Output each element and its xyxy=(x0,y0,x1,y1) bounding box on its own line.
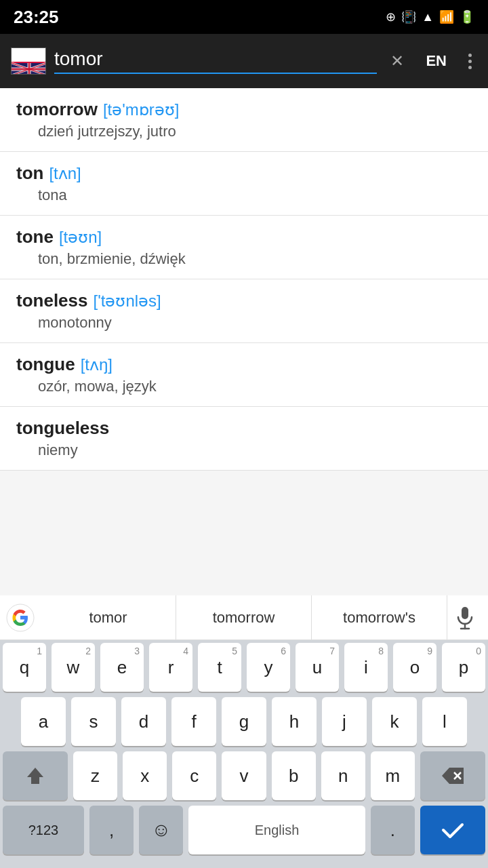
shift-key[interactable] xyxy=(3,751,68,800)
space-key[interactable]: English xyxy=(188,806,365,854)
key-row-2: asdfghjkl xyxy=(3,697,485,746)
key-number: 6 xyxy=(281,646,286,656)
result-phonetic: [tʌn] xyxy=(49,164,81,182)
more-dot xyxy=(468,66,472,69)
result-translation: tona xyxy=(16,186,472,204)
more-options-button[interactable] xyxy=(463,48,477,75)
result-translation: ton, brzmienie, dźwięk xyxy=(16,250,472,268)
status-bar: 23:25 ⊕ 📳 ▲ 📶 🔋 xyxy=(0,0,488,34)
status-time: 23:25 xyxy=(14,7,59,28)
key-j[interactable]: j xyxy=(322,697,367,746)
language-flag[interactable] xyxy=(11,47,46,75)
result-item[interactable]: ton[tʌn]tona xyxy=(0,152,488,216)
result-word: ton xyxy=(16,163,43,183)
key-row-3: zxcvbnm xyxy=(3,751,485,800)
key-i[interactable]: 8i xyxy=(344,643,388,692)
key-n[interactable]: n xyxy=(321,751,365,800)
shift-icon xyxy=(24,765,46,787)
bottom-bar xyxy=(0,860,488,868)
key-y[interactable]: 6y xyxy=(247,643,290,692)
key-a[interactable]: a xyxy=(21,697,66,746)
result-translation: niemy xyxy=(16,441,472,459)
numbers-key[interactable]: ?123 xyxy=(3,806,84,854)
emoji-icon: ☺ xyxy=(151,819,171,841)
alarm-icon: ⊕ xyxy=(386,9,396,24)
battery-icon: 🔋 xyxy=(460,9,474,24)
result-item[interactable]: toneless['təʊnləs]monotonny xyxy=(0,279,488,343)
toolbar: ✕ EN xyxy=(0,34,488,88)
search-input[interactable] xyxy=(54,48,377,70)
key-t[interactable]: 5t xyxy=(198,643,241,692)
key-o[interactable]: 9o xyxy=(393,643,436,692)
key-r[interactable]: 4r xyxy=(149,643,192,692)
result-item[interactable]: tomorrow[tə'mɒrəʊ]dzień jutrzejszy, jutr… xyxy=(0,88,488,152)
result-word: tongue xyxy=(16,354,75,374)
result-word: tone xyxy=(16,226,54,247)
key-l[interactable]: l xyxy=(422,697,467,746)
key-u[interactable]: 7u xyxy=(296,643,339,692)
result-word: tomorrow xyxy=(16,99,98,119)
enter-key[interactable] xyxy=(420,806,485,854)
result-item[interactable]: tonguelessniemy xyxy=(0,407,488,471)
more-dot xyxy=(468,54,472,57)
backspace-icon xyxy=(441,766,465,785)
key-v[interactable]: v xyxy=(222,751,266,800)
key-s[interactable]: s xyxy=(71,697,116,746)
key-z[interactable]: z xyxy=(73,751,117,800)
wifi-icon: ▲ xyxy=(422,10,434,24)
emoji-key[interactable]: ☺ xyxy=(139,806,183,854)
key-number: 8 xyxy=(378,646,384,656)
key-d[interactable]: d xyxy=(121,697,166,746)
vibrate-icon: 📳 xyxy=(401,9,416,24)
suggestions-row: tomor tomorrow tomorrow's xyxy=(0,595,488,640)
keyboard-rows: 1q2w3e4r5t6y7u8i9o0p asdfghjkl zxcvbnm ?… xyxy=(0,640,488,854)
key-number: 4 xyxy=(183,646,188,656)
svg-rect-12 xyxy=(462,607,468,619)
suggestion-tomorrows[interactable]: tomorrow's xyxy=(312,595,447,639)
result-phonetic: [təʊn] xyxy=(59,228,102,246)
language-button[interactable]: EN xyxy=(418,47,455,75)
svg-marker-15 xyxy=(27,768,43,784)
clear-button[interactable]: ✕ xyxy=(385,49,409,73)
key-number: 2 xyxy=(85,646,91,656)
key-p[interactable]: 0p xyxy=(442,643,485,692)
status-icons: ⊕ 📳 ▲ 📶 🔋 xyxy=(386,9,474,24)
suggestion-tomorrow[interactable]: tomorrow xyxy=(176,595,312,639)
key-b[interactable]: b xyxy=(272,751,316,800)
key-e[interactable]: 3e xyxy=(100,643,144,692)
key-g[interactable]: g xyxy=(222,697,266,746)
key-h[interactable]: h xyxy=(272,697,317,746)
key-row-1: 1q2w3e4r5t6y7u8i9o0p xyxy=(3,643,485,692)
key-c[interactable]: c xyxy=(172,751,216,800)
key-q[interactable]: 1q xyxy=(3,643,46,692)
key-w[interactable]: 2w xyxy=(52,643,95,692)
key-k[interactable]: k xyxy=(372,697,417,746)
suggestion-tomor[interactable]: tomor xyxy=(41,595,176,639)
google-logo xyxy=(5,603,35,633)
result-translation: monotonny xyxy=(16,314,472,332)
backspace-key[interactable] xyxy=(420,751,485,800)
key-x[interactable]: x xyxy=(123,751,167,800)
key-number: 5 xyxy=(232,646,237,656)
keyboard-area: tomor tomorrow tomorrow's 1q2w3e4r5t6y7u… xyxy=(0,595,488,868)
result-item[interactable]: tone[təʊn]ton, brzmienie, dźwięk xyxy=(0,216,488,279)
search-container xyxy=(54,48,377,74)
more-dot xyxy=(468,60,472,63)
key-number: 0 xyxy=(476,646,481,656)
key-row-4: ?123,☺English. xyxy=(3,806,485,854)
results-list: tomorrow[tə'mɒrəʊ]dzień jutrzejszy, jutr… xyxy=(0,88,488,471)
key-number: 9 xyxy=(427,646,432,656)
result-word: tongueless xyxy=(16,418,109,438)
result-phonetic: [tə'mɒrəʊ] xyxy=(103,100,180,119)
key-f[interactable]: f xyxy=(171,697,216,746)
microphone-button[interactable] xyxy=(447,606,483,630)
comma-key[interactable]: , xyxy=(89,806,134,854)
period-key[interactable]: . xyxy=(371,806,415,854)
svg-rect-0 xyxy=(12,48,46,62)
key-number: 1 xyxy=(37,646,42,656)
result-phonetic: [tʌŋ] xyxy=(81,355,113,374)
signal-icon: 📶 xyxy=(439,9,454,24)
key-number: 7 xyxy=(329,646,335,656)
result-item[interactable]: tongue[tʌŋ]ozór, mowa, język xyxy=(0,343,488,407)
key-m[interactable]: m xyxy=(371,751,415,800)
